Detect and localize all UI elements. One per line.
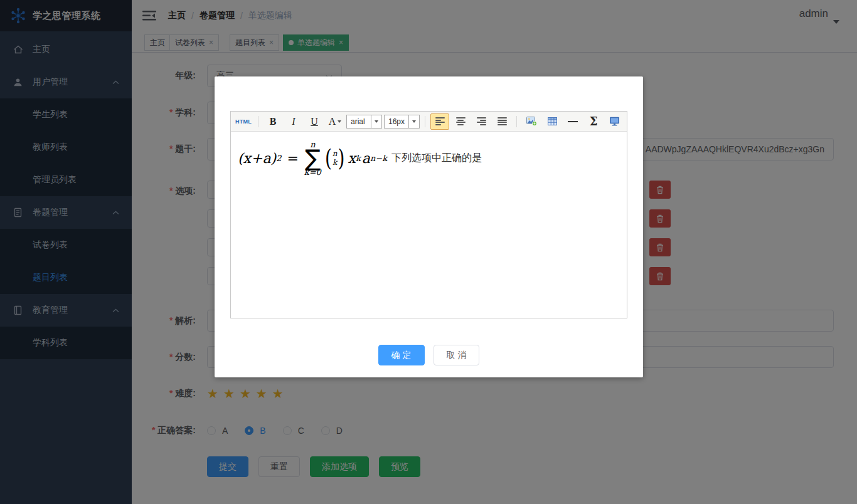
binomial-top: n [333, 150, 338, 159]
font-family-select[interactable]: arial [346, 115, 382, 129]
binomial-stack: n k [333, 150, 338, 167]
formula-x-exponent: k [356, 154, 361, 163]
align-justify-button[interactable] [492, 113, 511, 130]
formula-a-exponent: n−k [370, 154, 387, 163]
confirm-button[interactable]: 确 定 [378, 345, 425, 365]
cancel-button[interactable]: 取 消 [434, 345, 480, 365]
bold-button[interactable]: B [263, 113, 282, 130]
math-formula: (x+a)2 = n ∑ k=0 ( n k ) [238, 140, 620, 176]
toolbar-divider [516, 116, 517, 127]
font-color-letter: A [329, 116, 336, 127]
formula-a: a [362, 150, 370, 166]
open-paren: ( [325, 145, 332, 172]
font-color-button[interactable]: A [326, 113, 344, 130]
dialog-actions: 确 定 取 消 [215, 345, 643, 365]
sigma-symbol: ∑ [305, 149, 321, 168]
image-icon [526, 117, 537, 126]
toolbar-divider [425, 116, 425, 127]
align-justify-icon [498, 117, 507, 125]
caret-down-icon [338, 120, 341, 123]
rich-text-editor: HTML B I U A arial 16px [230, 111, 627, 318]
caret-down-icon [412, 120, 416, 123]
insert-table-button[interactable] [543, 113, 562, 130]
sum-lower-limit: k=0 [304, 168, 321, 176]
editor-toolbar: HTML B I U A arial 16px [231, 112, 627, 132]
formula-equals: = [287, 150, 298, 166]
binomial-bottom: k [333, 159, 337, 167]
horizontal-rule-icon [568, 120, 578, 123]
align-center-icon [456, 117, 466, 125]
align-right-icon [477, 117, 486, 125]
insert-image-button[interactable] [522, 113, 541, 130]
toolbar-divider [258, 116, 258, 127]
font-size-select[interactable]: 16px [384, 115, 420, 129]
app-screen: 学之思管理系统 主页 用户管理 学生列表 教师列表 管理 [0, 0, 857, 504]
close-paren: ) [338, 145, 345, 172]
fullscreen-button[interactable] [605, 113, 624, 130]
summation: n ∑ k=0 [304, 140, 321, 176]
formula-button[interactable]: Σ [584, 113, 603, 130]
table-icon [548, 117, 557, 125]
align-center-button[interactable] [451, 113, 470, 130]
align-left-button[interactable] [430, 113, 449, 130]
fullscreen-monitor-icon [609, 117, 620, 126]
html-source-button[interactable]: HTML [234, 113, 253, 130]
formula-lhs: (x+a) [238, 150, 276, 166]
editor-content-area[interactable]: (x+a)2 = n ∑ k=0 ( n k ) [231, 132, 627, 318]
align-right-button[interactable] [472, 113, 491, 130]
rich-text-editor-dialog: HTML B I U A arial 16px [215, 76, 643, 377]
align-left-icon [435, 117, 445, 125]
horizontal-rule-button[interactable] [563, 113, 582, 130]
font-size-value: 16px [385, 117, 408, 126]
italic-button[interactable]: I [284, 113, 303, 130]
question-text: 下列选项中正确的是 [391, 152, 482, 165]
underline-button[interactable]: U [305, 113, 324, 130]
formula-lhs-exponent: 2 [276, 154, 281, 163]
caret-down-icon [375, 120, 378, 123]
binomial-coefficient: ( n k ) [325, 148, 345, 169]
font-family-value: arial [347, 117, 369, 126]
select-arrow-button[interactable] [371, 115, 381, 128]
formula-x: x [348, 150, 356, 166]
select-arrow-button[interactable] [408, 115, 419, 128]
